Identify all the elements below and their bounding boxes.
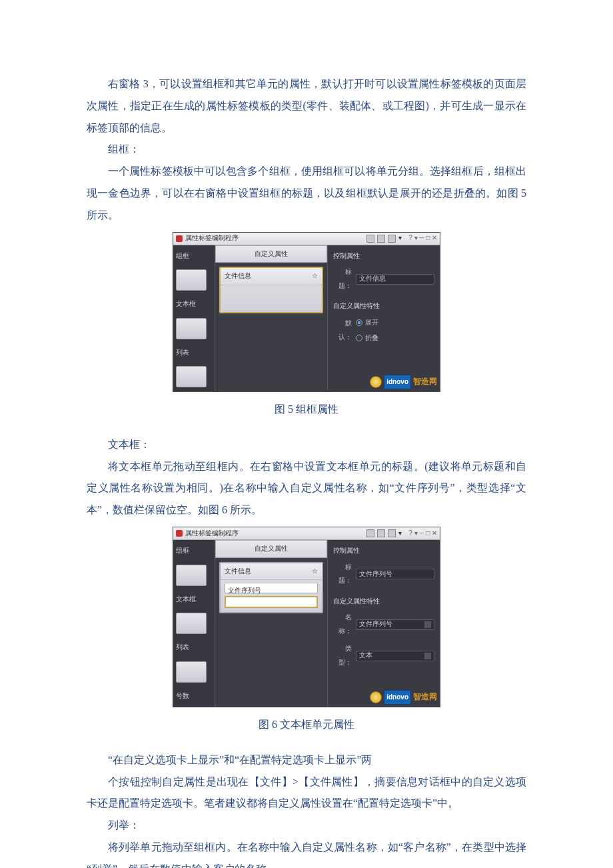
property-value: 文本 [356,651,434,661]
radio-label-expand: 展开 [365,316,378,330]
watermark: idnovo 智造网 [370,373,437,390]
dropdown-icon [424,621,431,628]
collapse-icon: ☆ [312,565,318,579]
toolbar-icon [388,235,396,243]
toolbar-icon [377,529,385,537]
paragraph: 将列举单元拖动至组框内。在名称中输入自定义属性名称，如“客户名称”，在类型中选择… [87,837,526,868]
palette-label-list: 列表 [176,641,212,655]
property-label: 类型： [333,642,352,669]
canvas-column: 自定义属性 文件信息 ☆ 文件序列号 [215,540,327,707]
toolbar-icon [388,529,396,537]
textbox-input [225,596,318,608]
properties-column: 控制属性 标题： 文件信息 自定义属性特性 默认： 展开 [327,245,440,392]
palette-item [176,565,207,586]
groupbox-title: 文件信息 [225,565,251,579]
palette-label-groupbox: 组框 [176,544,212,558]
section-title: 自定义属性特性 [333,595,434,609]
watermark-logo-icon [370,376,382,388]
window-controls: ? ▾ ─ □ ✕ [408,527,437,541]
paragraph: 右窗格 3，可以设置组框和其它单元的属性，默认打开时可以设置属性标签模板的页面层… [87,73,526,139]
paragraph: 个按钮控制自定属性是出现在【文件】>【文件属性】，摘要信息对话框中的自定义选项卡… [87,771,526,815]
palette-label-textbox: 文本框 [176,593,212,607]
watermark-brand: idnovo [384,375,411,390]
watermark-cn: 智造网 [413,373,437,390]
groupbox-frame: 文件信息 ☆ 文件序列号 [219,562,323,614]
dropdown-icon: ▾ [398,231,402,245]
palette-item [176,318,207,339]
palette-label-groupbox: 组框 [176,249,212,263]
property-value: 文件信息 [356,274,434,285]
watermark-brand: idnovo [384,690,411,705]
palette-label-textbox: 文本框 [176,297,212,311]
toolbar-icon [366,235,374,243]
app-window: 属性标签编制程序 ▾ ? ▾ ─ □ ✕ 组框 文本框 列表 号数 [173,527,440,707]
palette-item [176,613,207,634]
window-title: 属性标签编制程序 [185,231,239,245]
paragraph: 将文本框单元拖动至组框内。在右窗格中设置文本框单元的标题。(建议将单元标题和自定… [87,456,526,521]
watermark: idnovo 智造网 [370,689,437,705]
app-logo-icon [176,235,183,242]
canvas-header: 自定义属性 [215,245,327,263]
dropdown-icon: ▾ [398,527,402,541]
section-title: 控制属性 [333,249,434,263]
window-titlebar: 属性标签编制程序 ▾ ? ▾ ─ □ ✕ [173,527,440,540]
property-value: 文件序列号 [356,569,434,579]
app-logo-icon [176,530,183,537]
toolbar-icon [366,529,374,537]
property-label: 默认： [333,317,352,344]
toolbar-icon [377,235,385,243]
canvas-column: 自定义属性 文件信息 ☆ [215,245,327,392]
palette-item [176,661,207,683]
palette-item [176,366,207,387]
groupbox-frame: 文件信息 ☆ [219,267,323,313]
groupbox-title: 文件信息 [225,269,251,283]
palette-item [176,269,207,291]
collapse-icon: ☆ [312,269,318,283]
paragraph: 一个属性标签模板中可以包含多个组框，使用组框可以将单元分组。选择组框后，组框出现… [87,161,526,226]
radio-icon [356,319,362,326]
property-label: 标题： [333,265,352,293]
figure-caption: 图 6 文本框单元属性 [87,714,526,736]
app-window: 属性标签编制程序 ▾ ? ▾ ─ □ ✕ 组框 文本框 列表 [173,232,440,393]
figure-6-screenshot: 属性标签编制程序 ▾ ? ▾ ─ □ ✕ 组框 文本框 列表 号数 [87,527,526,707]
section-title: 自定义属性特性 [333,299,434,313]
section-title: 控制属性 [333,544,434,558]
paragraph: 文本框： [87,434,526,456]
watermark-cn: 智造网 [413,689,437,705]
paragraph: 组框： [87,139,526,161]
palette-column: 组框 文本框 列表 号数 [173,540,215,707]
radio-icon [356,335,362,341]
palette-column: 组框 文本框 列表 [173,245,215,392]
figure-5-screenshot: 属性标签编制程序 ▾ ? ▾ ─ □ ✕ 组框 文本框 列表 [87,232,526,393]
paragraph: 列举： [87,815,526,837]
properties-column: 控制属性 标题： 文件序列号 自定义属性特性 名称： 文件序列号 [327,540,440,707]
property-value: 文件序列号 [356,619,434,630]
document-page: 右窗格 3，可以设置组框和其它单元的属性，默认打开时可以设置属性标签模板的页面层… [0,0,613,868]
watermark-logo-icon [370,691,382,703]
window-controls: ? ▾ ─ □ ✕ [408,231,437,245]
property-label: 名称： [333,611,352,638]
property-label: 标题： [333,561,352,588]
radio-label-collapse: 折叠 [365,331,378,345]
field-label: 文件序列号 [225,583,318,593]
canvas-header: 自定义属性 [215,540,327,558]
figure-caption: 图 5 组框属性 [87,399,526,421]
palette-label-number: 号数 [176,689,212,703]
dropdown-icon [424,653,431,659]
window-title: 属性标签编制程序 [185,527,239,541]
palette-label-list: 列表 [176,346,212,360]
paragraph: “在自定义选项卡上显示”和“在配置特定选项卡上显示”两 [87,749,526,771]
window-titlebar: 属性标签编制程序 ▾ ? ▾ ─ □ ✕ [173,233,440,245]
